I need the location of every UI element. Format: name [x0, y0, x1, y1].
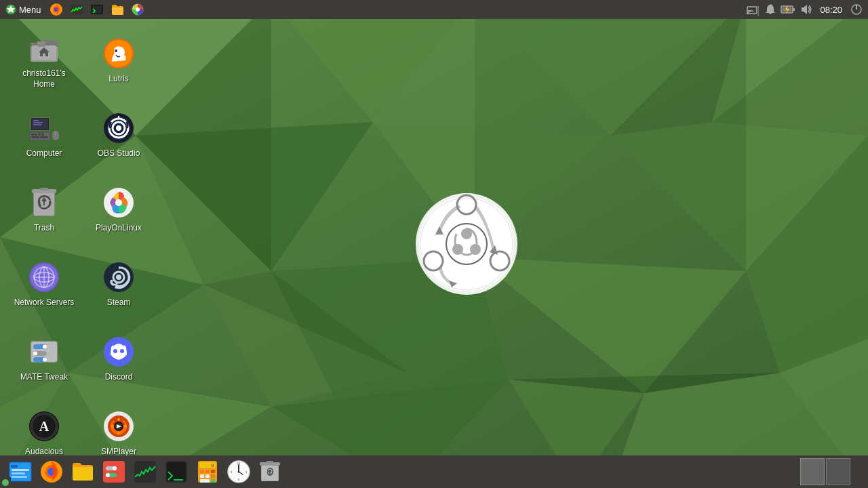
svg-rect-154	[200, 474, 204, 478]
icon-steam[interactable]: Steam	[81, 247, 156, 322]
obs-app-icon	[102, 112, 135, 144]
playonlinux-app-icon	[102, 186, 135, 219]
dock-terminal-icon	[164, 460, 189, 484]
svg-rect-42	[793, 8, 795, 11]
svg-point-115	[117, 432, 120, 434]
dock-sysmonitor-icon	[133, 460, 157, 484]
ubuntu-mate-logo	[412, 190, 521, 298]
panel-firefox-button[interactable]	[47, 0, 66, 19]
svg-point-101	[120, 349, 124, 353]
mate-menu-icon	[5, 4, 16, 15]
panel-right: 08:20	[745, 0, 868, 19]
svg-text:A: A	[39, 419, 50, 434]
discord-app-icon	[102, 336, 135, 368]
green-status-dot	[2, 479, 9, 486]
svg-point-73	[116, 125, 121, 131]
icon-obs[interactable]: OBS Studio	[81, 98, 156, 173]
icon-computer[interactable]: Computer	[7, 98, 81, 173]
svg-rect-55	[32, 119, 48, 129]
trash-icon-img	[28, 186, 60, 219]
panel-terminal-button[interactable]: _	[87, 0, 106, 19]
mate-tweak-app-icon	[28, 336, 60, 368]
home-icon-img	[28, 32, 60, 64]
smplayer-icon-img	[102, 410, 135, 443]
svg-rect-63	[38, 134, 41, 136]
dock-toggle-button[interactable]	[99, 457, 129, 487]
network-icon-label: Network Servers	[14, 298, 75, 308]
network-icon-img	[28, 261, 60, 293]
bottom-taskbar: 0 12 3	[0, 455, 868, 488]
svg-rect-61	[31, 134, 34, 136]
notification-dot	[0, 477, 11, 488]
icon-home[interactable]: christo161's Home	[7, 24, 81, 98]
svg-point-116	[111, 425, 113, 428]
svg-rect-157	[200, 479, 210, 483]
audacious-app-icon: A	[28, 410, 60, 443]
terminal-icon: _	[90, 3, 104, 16]
mate-logo	[412, 190, 521, 298]
svg-rect-151	[200, 470, 204, 473]
notification-icon[interactable]	[763, 2, 778, 17]
computer-app-icon	[28, 112, 60, 144]
icon-network[interactable]: Network Servers	[7, 247, 81, 322]
power-icon[interactable]	[849, 2, 864, 17]
svg-rect-156	[211, 474, 215, 478]
svg-rect-171	[267, 461, 273, 463]
panel-files-button[interactable]	[108, 0, 127, 19]
desktop: Menu	[0, 0, 868, 488]
power-tray-icon	[850, 3, 863, 16]
dock-trash-button[interactable]	[255, 457, 285, 487]
dock-firefox-icon	[39, 460, 64, 484]
svg-point-94	[43, 345, 47, 349]
svg-point-52	[115, 49, 117, 52]
network-app-icon	[28, 261, 60, 293]
playonlinux-icon-img	[102, 186, 135, 219]
menu-label: Menu	[19, 5, 41, 15]
svg-rect-49	[37, 41, 45, 47]
svg-text:0: 0	[211, 463, 214, 468]
dock-calculator-icon: 0	[195, 460, 220, 484]
steam-icon-img	[102, 261, 135, 293]
workspace-2-button[interactable]	[826, 458, 850, 485]
svg-rect-135	[12, 476, 27, 478]
dock-clock-icon: 12 3 6 9	[226, 460, 251, 484]
dock-calculator-button[interactable]: 0	[193, 457, 222, 487]
svg-point-114	[124, 425, 127, 428]
svg-rect-62	[35, 134, 37, 136]
icon-playonlinux[interactable]: PlayOnLinux	[81, 173, 156, 247]
dock-filemanager-button[interactable]	[68, 457, 98, 487]
svg-point-118	[419, 197, 514, 291]
dock-filemanager-icon	[71, 460, 95, 484]
steam-icon-label: Steam	[107, 298, 131, 308]
panel-sysmonitor-button[interactable]	[67, 0, 86, 19]
svg-point-38	[136, 7, 140, 12]
dock-firefox-button[interactable]	[37, 457, 66, 487]
menu-button[interactable]: Menu	[1, 0, 45, 19]
theme-icon	[131, 3, 144, 16]
workspace-1-button[interactable]	[800, 458, 825, 485]
dock-sysmonitor-button[interactable]	[130, 457, 160, 487]
home-icon-label: christo161's Home	[12, 68, 76, 89]
dock-clock-button[interactable]: 12 3 6 9	[224, 457, 254, 487]
mate-tweak-icon-img	[28, 336, 60, 368]
clock-display[interactable]: 08:20	[816, 0, 846, 19]
panel-left: Menu	[0, 0, 147, 19]
icon-trash[interactable]: Trash	[7, 173, 81, 247]
lutris-icon-label: Lutris	[108, 74, 128, 85]
obs-icon-label: OBS Studio	[98, 148, 140, 159]
icon-mate-tweak[interactable]: MATE Tweak	[7, 322, 81, 396]
obs-icon-img	[102, 112, 135, 144]
files-icon	[111, 3, 124, 16]
icon-lutris[interactable]: Lutris	[81, 24, 156, 98]
svg-rect-132	[11, 465, 18, 468]
cast-icon[interactable]	[745, 2, 760, 17]
svg-rect-65	[31, 136, 39, 138]
icon-discord[interactable]: Discord	[81, 322, 156, 396]
battery-icon[interactable]	[781, 2, 795, 17]
taskbar-right	[800, 458, 868, 485]
computer-icon-label: Computer	[26, 148, 62, 159]
panel-theme-button[interactable]	[128, 0, 147, 19]
volume-icon[interactable]	[798, 2, 813, 17]
dock-terminal-button[interactable]	[161, 457, 191, 487]
mate-tweak-icon-label: MATE Tweak	[20, 372, 68, 383]
